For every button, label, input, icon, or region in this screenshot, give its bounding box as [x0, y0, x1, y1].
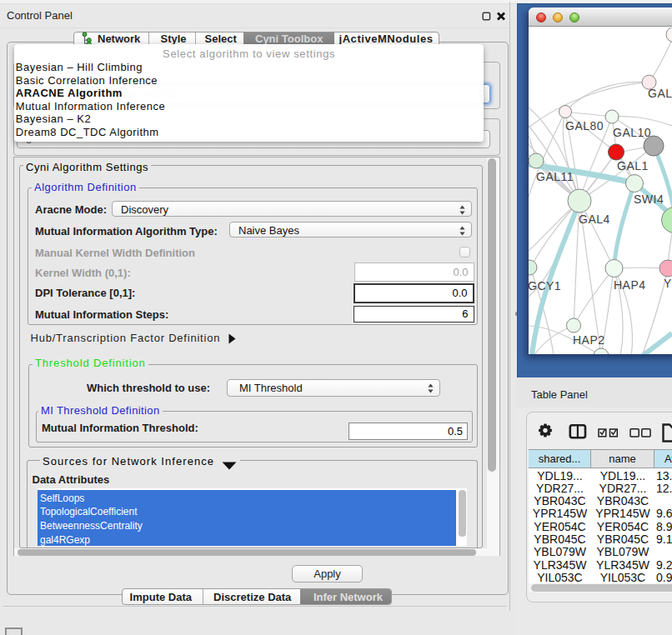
svg-text:GAL10: GAL10	[613, 126, 651, 139]
svg-text:GAL1: GAL1	[617, 159, 649, 172]
svg-text:GAL4: GAL4	[579, 212, 610, 226]
svg-text:HAP4: HAP4	[614, 278, 646, 292]
svg-text:GAL80: GAL80	[565, 119, 604, 132]
svg-text:YDR: YDR	[664, 277, 672, 290]
svg-text:GAL2: GAL2	[648, 87, 672, 100]
svg-text:GCY1: GCY1	[529, 279, 561, 292]
svg-text:SWI4: SWI4	[634, 192, 664, 206]
svg-text:HAP2: HAP2	[573, 333, 605, 347]
svg-text:GAL11: GAL11	[536, 170, 574, 183]
